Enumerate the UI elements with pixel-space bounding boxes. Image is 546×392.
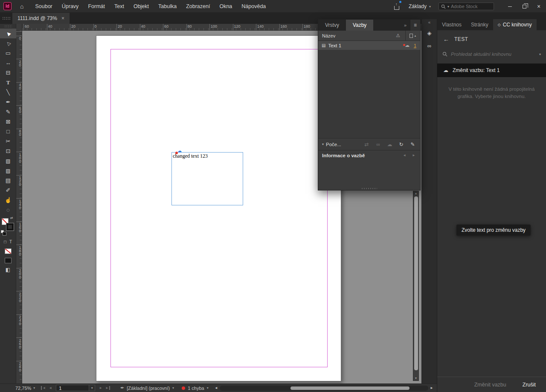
- menu-okna[interactable]: Okna: [215, 0, 237, 13]
- column-name-header[interactable]: Název: [318, 33, 396, 38]
- zoom-level-dropdown[interactable]: 72,75% ▾: [15, 386, 35, 391]
- page-column-header[interactable]: ▲: [406, 34, 420, 38]
- vertical-scrollbar-thumb[interactable]: [414, 196, 418, 370]
- screen-mode-button[interactable]: ◧: [6, 267, 10, 272]
- menu-tabulka[interactable]: Tabulka: [154, 0, 181, 13]
- apply-none-button[interactable]: [5, 248, 12, 254]
- update-link-icon[interactable]: ↻: [395, 141, 407, 147]
- close-button[interactable]: ×: [531, 0, 546, 13]
- tab-close-icon[interactable]: ×: [61, 15, 64, 21]
- Text 1[interactable]: ▤ Text 1 ☁ 1: [318, 41, 420, 50]
- library-search-input[interactable]: [451, 52, 536, 57]
- layers-panel-icon[interactable]: ◈: [424, 28, 436, 39]
- scroll-down-icon[interactable]: ▼: [413, 376, 418, 380]
- collapse-dock-icon[interactable]: «: [422, 19, 437, 26]
- line-tool[interactable]: ╲: [0, 87, 16, 97]
- change-link-button[interactable]: Změnit vazbu: [474, 382, 506, 388]
- adobe-stock-search[interactable]: ▾: [439, 3, 494, 10]
- zoom-tool[interactable]: ◌: [0, 205, 16, 215]
- page-number-field[interactable]: ▾: [56, 385, 95, 391]
- selection-tool[interactable]: ▶: [0, 29, 16, 38]
- previous-link-icon[interactable]: ◄: [403, 153, 406, 157]
- ruler-origin-corner[interactable]: [16, 24, 22, 31]
- tab-cc-knihovny[interactable]: ◇ CC knihovny: [493, 19, 537, 30]
- gradient-feather-tool[interactable]: ▨: [0, 166, 16, 176]
- pen-tool[interactable]: ✒: [0, 97, 16, 107]
- goto-link-icon[interactable]: ∞: [372, 141, 384, 147]
- relink-action-row[interactable]: ☁ Změnit vazbu: Text 1: [437, 63, 546, 77]
- gradient-swatch-tool[interactable]: ▧: [0, 156, 16, 166]
- preflight-profile-dropdown[interactable]: ✒ [Základní] (pracovní) ▾: [120, 385, 174, 391]
- horizontal-scrollbar-thumb[interactable]: [290, 386, 410, 390]
- panel-resize-grip[interactable]: [362, 188, 377, 189]
- last-page-button[interactable]: ►: [105, 386, 110, 390]
- rectangle-tool[interactable]: □: [0, 127, 16, 136]
- scissors-tool[interactable]: ✂: [0, 136, 16, 146]
- note-tool[interactable]: ▤: [0, 176, 16, 185]
- panel-grip[interactable]: [2, 17, 11, 20]
- rectangle-frame-tool[interactable]: ⊠: [0, 117, 16, 127]
- free-transform-tool[interactable]: ⊡: [0, 146, 16, 156]
- tab-vlastnosti[interactable]: Vlastnos: [437, 19, 466, 30]
- menu-upravy[interactable]: Úpravy: [57, 0, 84, 13]
- stroke-swatch[interactable]: [6, 223, 14, 231]
- minimize-button[interactable]: [502, 0, 517, 13]
- page-number-input[interactable]: [56, 386, 89, 391]
- tab-vrstvy[interactable]: Vrstvy: [318, 20, 346, 31]
- link-info-header[interactable]: Informace o vazbě ◄ ►: [318, 150, 420, 160]
- cancel-button[interactable]: Zrušit: [523, 382, 536, 388]
- links-panel-icon[interactable]: ∞: [424, 40, 436, 52]
- preflight-errors-dropdown[interactable]: 1 chyba ▾: [182, 386, 209, 391]
- page-tool[interactable]: ▭: [0, 48, 16, 58]
- tab-stranky[interactable]: Stránky: [466, 19, 493, 30]
- first-page-button[interactable]: ◄: [41, 386, 46, 390]
- next-link-icon[interactable]: ►: [412, 153, 415, 157]
- share-icon[interactable]: ↑: [394, 3, 399, 10]
- back-icon[interactable]: ←: [443, 36, 449, 43]
- default-fill-stroke-icon[interactable]: [1, 230, 4, 233]
- menu-format[interactable]: Formát: [83, 0, 110, 13]
- formatting-affects-container-toggle[interactable]: □: [4, 239, 6, 244]
- link-page-number[interactable]: 1: [414, 43, 416, 48]
- restore-button[interactable]: [517, 0, 531, 13]
- vertical-scrollbar[interactable]: ▲ ▼: [413, 191, 419, 381]
- menu-napoveda[interactable]: Nápověda: [237, 0, 270, 13]
- menu-objekt[interactable]: Objekt: [129, 0, 154, 13]
- vertical-ruler[interactable]: 020406080100120140160180200220240260280: [16, 31, 22, 383]
- home-icon[interactable]: ⌂: [17, 3, 26, 10]
- previous-page-button[interactable]: ◄: [49, 386, 52, 390]
- tab-vazby[interactable]: Vazby: [346, 20, 373, 31]
- workspace-switcher[interactable]: Základy ▾: [409, 3, 431, 9]
- chevron-down-icon[interactable]: ▾: [539, 52, 541, 56]
- document-tab[interactable]: 1111.indd @ 73% ×: [12, 13, 70, 24]
- scroll-left-icon[interactable]: ◄: [215, 386, 218, 390]
- chevron-down-icon[interactable]: ▾: [89, 385, 95, 391]
- menu-text[interactable]: Text: [110, 0, 129, 13]
- horizontal-scrollbar-track[interactable]: [220, 386, 428, 391]
- type-tool[interactable]: T: [0, 78, 16, 87]
- pencil-tool[interactable]: ✎: [0, 107, 16, 117]
- library-search[interactable]: ▾: [437, 48, 546, 60]
- panel-menu-icon[interactable]: ≡: [410, 20, 420, 31]
- footer-expander-label[interactable]: Poče...: [326, 142, 361, 147]
- swap-fill-stroke-icon[interactable]: ⇄: [10, 216, 13, 220]
- menu-soubor[interactable]: Soubor: [30, 0, 57, 13]
- apply-color-button[interactable]: [5, 258, 12, 263]
- edit-original-icon[interactable]: ✎: [407, 141, 418, 147]
- menu-zobrazeni[interactable]: Zobrazení: [181, 0, 215, 13]
- panel-expand-icon[interactable]: »: [401, 20, 410, 31]
- direct-selection-tool[interactable]: ▷: [0, 38, 16, 48]
- hand-tool[interactable]: ☝: [0, 195, 16, 205]
- stock-search-input[interactable]: [451, 4, 491, 9]
- gap-tool[interactable]: ↔: [0, 58, 16, 68]
- text-frame[interactable]: ☁ changed text 123: [171, 152, 243, 205]
- scroll-up-icon[interactable]: ▲: [413, 191, 418, 196]
- content-collector-tool[interactable]: ⊟: [0, 68, 16, 78]
- relink-icon[interactable]: ⇄: [361, 141, 372, 147]
- scroll-right-icon[interactable]: ►: [430, 386, 433, 390]
- panel-grip[interactable]: [4, 25, 12, 28]
- formatting-affects-text-toggle[interactable]: T: [9, 239, 12, 244]
- relink-from-cc-icon[interactable]: ☁: [384, 141, 395, 147]
- chevron-down-icon[interactable]: ▾: [322, 142, 324, 146]
- next-page-button[interactable]: ►: [99, 386, 102, 390]
